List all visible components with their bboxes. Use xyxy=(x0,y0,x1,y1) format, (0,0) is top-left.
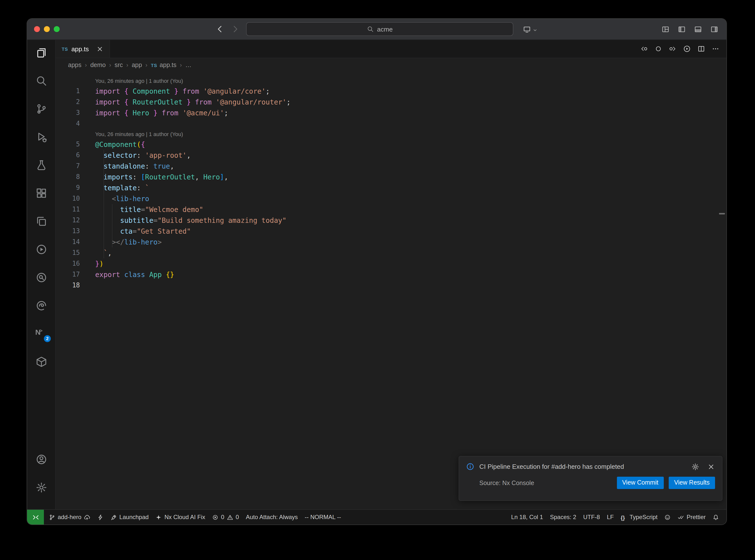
activity-item-explorer[interactable] xyxy=(27,46,55,59)
status-item-notifications[interactable] xyxy=(709,510,722,524)
breadcrumb-item-apps[interactable]: apps xyxy=(68,62,81,68)
minimize-window-button[interactable] xyxy=(44,26,50,32)
open-next-change-button[interactable] xyxy=(669,45,677,53)
code-line-2[interactable]: 2import { RouterOutlet } from '@angular/… xyxy=(56,97,727,107)
status-item-vim-mode[interactable]: -- NORMAL -- xyxy=(301,510,344,524)
run-file-button[interactable] xyxy=(683,45,691,53)
activity-item-settings[interactable] xyxy=(27,481,55,494)
code-line-14[interactable]: 14 ></lib-hero> xyxy=(56,237,727,247)
breadcrumb-item--[interactable]: … xyxy=(185,62,191,68)
toggle-panel-button[interactable] xyxy=(694,25,702,33)
view-results-button[interactable]: View Results xyxy=(669,477,715,489)
status-item-language[interactable]: {}TypeScript xyxy=(617,510,661,524)
line-number[interactable]: 9 xyxy=(56,182,80,193)
notification-settings-icon[interactable] xyxy=(691,463,699,471)
forward-button[interactable] xyxy=(231,25,240,34)
activity-item-run-panel[interactable] xyxy=(27,243,55,256)
toggle-secondary-sidebar-button[interactable] xyxy=(710,25,718,33)
status-item-quick-action[interactable] xyxy=(94,510,107,524)
status-item-eol[interactable]: LF xyxy=(603,510,617,524)
status-item-encoding[interactable]: UTF-8 xyxy=(580,510,603,524)
sidebar-right-icon xyxy=(710,26,718,35)
command-center-search[interactable]: acme xyxy=(246,22,513,36)
line-number[interactable]: 7 xyxy=(56,161,80,172)
activity-item-testing[interactable] xyxy=(27,159,55,172)
line-number[interactable]: 15 xyxy=(56,247,80,258)
code-line-3[interactable]: 3import { Hero } from '@acme/ui'; xyxy=(56,107,727,118)
remote-display-dropdown[interactable] xyxy=(523,25,538,33)
codelens-annotation[interactable]: You, 26 minutes ago | 1 author (You) xyxy=(56,76,727,86)
line-number[interactable]: 8 xyxy=(56,172,80,182)
line-number[interactable]: 13 xyxy=(56,226,80,237)
status-item-branch[interactable]: add-hero xyxy=(45,510,94,524)
code-line-12[interactable]: 12 subtitle="Build something amazing tod… xyxy=(56,215,727,226)
activity-item-containers[interactable] xyxy=(27,355,55,368)
line-number[interactable]: 10 xyxy=(56,193,80,204)
more-actions-button[interactable] xyxy=(712,45,719,53)
status-item-indentation[interactable]: Spaces: 2 xyxy=(547,510,580,524)
line-number[interactable]: 2 xyxy=(56,97,80,107)
line-number[interactable]: 3 xyxy=(56,107,80,118)
line-number[interactable]: 18 xyxy=(56,280,80,291)
split-editor-button[interactable] xyxy=(697,45,705,53)
activity-item-code-search[interactable] xyxy=(27,271,55,284)
code-line-16[interactable]: 16}) xyxy=(56,258,727,269)
line-number[interactable]: 14 xyxy=(56,237,80,247)
breadcrumb-item-app-ts[interactable]: TSapp.ts xyxy=(151,62,177,68)
line-number[interactable]: 1 xyxy=(56,86,80,97)
status-item-problems[interactable]: 00 xyxy=(208,510,242,524)
line-number[interactable]: 4 xyxy=(56,118,80,129)
toggle-primary-sidebar-button[interactable] xyxy=(678,25,686,33)
tab-app-ts[interactable]: TS app.ts xyxy=(56,40,110,58)
status-item-feedback[interactable] xyxy=(661,510,674,524)
code-line-8[interactable]: 8 imports: [RouterOutlet, Hero], xyxy=(56,172,727,182)
status-item-auto-attach[interactable]: Auto Attach: Always xyxy=(242,510,301,524)
line-number[interactable]: 12 xyxy=(56,215,80,226)
activity-item-nx-console[interactable]: N>2 xyxy=(27,327,55,340)
open-previous-change-button[interactable] xyxy=(640,45,648,53)
code-line-4[interactable]: 4 xyxy=(56,118,727,129)
activity-item-search[interactable] xyxy=(27,75,55,87)
activity-item-extensions[interactable] xyxy=(27,187,55,200)
status-item-nx-cloud-fix[interactable]: Nx Cloud AI Fix xyxy=(152,510,208,524)
activity-item-accounts[interactable] xyxy=(27,453,55,466)
code-line-17[interactable]: 17export class App {} xyxy=(56,269,727,280)
close-window-button[interactable] xyxy=(34,26,40,32)
line-number[interactable]: 17 xyxy=(56,269,80,280)
line-number[interactable]: 6 xyxy=(56,150,80,161)
status-item-remote[interactable] xyxy=(27,510,44,524)
breadcrumb-item-src[interactable]: src xyxy=(115,62,123,68)
status-item-launchpad[interactable]: Launchpad xyxy=(107,510,152,524)
code-line-9[interactable]: 9 template: ` xyxy=(56,182,727,193)
breadcrumb-item-app[interactable]: app xyxy=(132,62,142,68)
line-number[interactable]: 16 xyxy=(56,258,80,269)
zoom-window-button[interactable] xyxy=(54,26,60,32)
activity-item-source-control[interactable] xyxy=(27,102,55,115)
breadcrumb-item-demo[interactable]: demo xyxy=(90,62,106,68)
activity-item-edge-tools[interactable] xyxy=(27,299,55,312)
customize-layout-button[interactable] xyxy=(661,25,670,33)
code-line-1[interactable]: 1import { Component } from '@angular/cor… xyxy=(56,86,727,97)
activity-item-references[interactable] xyxy=(27,215,55,228)
notification-close-icon[interactable] xyxy=(707,463,715,471)
code-line-13[interactable]: 13 cta="Get Started" xyxy=(56,226,727,237)
status-item-prettier[interactable]: Prettier xyxy=(674,510,709,524)
code-line-6[interactable]: 6 selector: 'app-root', xyxy=(56,150,727,161)
gitlens-annotations-button[interactable] xyxy=(654,45,662,53)
activity-item-run-and-debug[interactable] xyxy=(27,131,55,143)
line-number[interactable]: 5 xyxy=(56,139,80,150)
code-line-10[interactable]: 10 <lib-hero xyxy=(56,193,727,204)
line-number[interactable]: 11 xyxy=(56,204,80,215)
close-tab-icon[interactable] xyxy=(96,45,103,53)
codelens-annotation[interactable]: You, 26 minutes ago | 1 author (You) xyxy=(56,129,727,139)
code-line-18[interactable]: 18 xyxy=(56,280,727,291)
search-icon xyxy=(366,26,374,33)
status-item-cursor-position[interactable]: Ln 18, Col 1 xyxy=(508,510,547,524)
code-line-7[interactable]: 7 standalone: true, xyxy=(56,161,727,172)
view-commit-button[interactable]: View Commit xyxy=(617,477,664,489)
code-line-15[interactable]: 15 `, xyxy=(56,247,727,258)
code-line-5[interactable]: 5@Component({ xyxy=(56,139,727,150)
code-editor[interactable]: You, 26 minutes ago | 1 author (You)1imp… xyxy=(56,72,727,509)
code-line-11[interactable]: 11 title="Welcmoe demo" xyxy=(56,204,727,215)
back-button[interactable] xyxy=(216,25,224,34)
